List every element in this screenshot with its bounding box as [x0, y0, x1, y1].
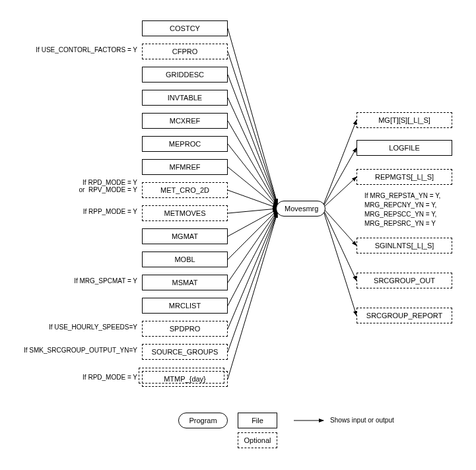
svg-line-12 — [228, 211, 277, 306]
svg-line-14 — [228, 213, 277, 352]
svg-line-5 — [228, 144, 277, 207]
svg-line-10 — [228, 210, 277, 259]
svg-line-8 — [228, 209, 277, 213]
svg-line-13 — [228, 212, 277, 329]
svg-line-7 — [228, 190, 277, 208]
svg-line-19 — [323, 209, 357, 246]
input-meproc: MEPROC — [142, 136, 228, 152]
input-mobl: MOBL — [142, 252, 228, 267]
output-srcgroup-out: SRCGROUP_OUT — [357, 273, 452, 288]
input-metmoves: METMOVES — [142, 205, 228, 221]
svg-line-2 — [228, 75, 277, 205]
svg-line-16 — [323, 120, 357, 205]
input-invtable: INVTABLE — [142, 90, 228, 106]
arrows-layer — [0, 0, 476, 470]
cond-metcro2d: If RPD_MODE = Y or RPV_MODE = Y — [5, 179, 137, 193]
input-cfpro: CFPRO — [142, 44, 228, 59]
input-mgmat: MGMAT — [142, 228, 228, 244]
legend-file: File — [238, 413, 277, 428]
program-movesmrg: Movesmrg — [276, 201, 325, 217]
svg-line-3 — [228, 98, 277, 205]
svg-line-1 — [228, 51, 277, 204]
cond-mtmp: If RPD_MODE = Y — [5, 374, 137, 381]
svg-line-18 — [323, 177, 357, 207]
legend-program: Program — [178, 413, 228, 428]
output-srcgroup-report: SRCGROUP_REPORT — [357, 308, 452, 323]
legend-program-label: Program — [189, 417, 217, 424]
output-logfile: LOGFILE — [357, 140, 452, 156]
legend-optional: Optional — [238, 432, 277, 448]
legend-arrow-label: Shows input or output — [330, 417, 394, 424]
svg-line-6 — [228, 167, 277, 207]
svg-line-9 — [228, 209, 277, 236]
input-mfmref: MFMREF — [142, 159, 228, 175]
svg-line-17 — [323, 148, 357, 206]
svg-line-0 — [228, 28, 277, 203]
input-spdpro: SPDPRO — [142, 321, 228, 337]
input-msmat: MSMAT — [142, 275, 228, 290]
svg-line-11 — [228, 211, 277, 283]
output-repmgts: REPMGTS[_L|_S] — [357, 169, 452, 185]
svg-line-20 — [323, 210, 357, 281]
cond-sourcegroups: If SMK_SRCGROUP_OUTPUT_YN=Y — [5, 347, 137, 354]
cond-spdpro: If USE_HOURLY_SPEEDS=Y — [5, 323, 137, 331]
legend-file-label: File — [252, 417, 263, 424]
cond-cfpro: If USE_CONTORL_FACTORS = Y — [5, 46, 137, 53]
input-mrclist: MRCLIST — [142, 298, 228, 314]
input-mcxref: MCXREF — [142, 113, 228, 129]
input-griddesc: GRIDDESC — [142, 67, 228, 83]
svg-line-15 — [228, 213, 277, 379]
svg-line-4 — [228, 121, 277, 206]
output-sginlnts: SGINLNTS[_L|_S] — [357, 238, 452, 253]
svg-line-21 — [323, 211, 357, 316]
output-mgts: MG[T][S][_L|_S] — [357, 112, 452, 128]
cond-msmat: If MRG_SPCMAT = Y — [5, 277, 137, 285]
program-label: Movesmrg — [285, 205, 318, 213]
input-mtmp-day: MTMP_{day} — [142, 371, 228, 387]
input-sourcegroups: SOURCE_GROUPS — [142, 344, 228, 360]
cond-sginlnts: If MRG_REPSTA_YN = Y, MRG_REPCNY_YN = Y,… — [364, 191, 440, 228]
legend-optional-label: Optional — [244, 436, 271, 444]
input-metcro2d: MET_CRO_2D — [142, 182, 228, 198]
cond-metmoves: If RPP_MODE = Y — [5, 208, 137, 215]
input-costcy: COSTCY — [142, 20, 228, 36]
